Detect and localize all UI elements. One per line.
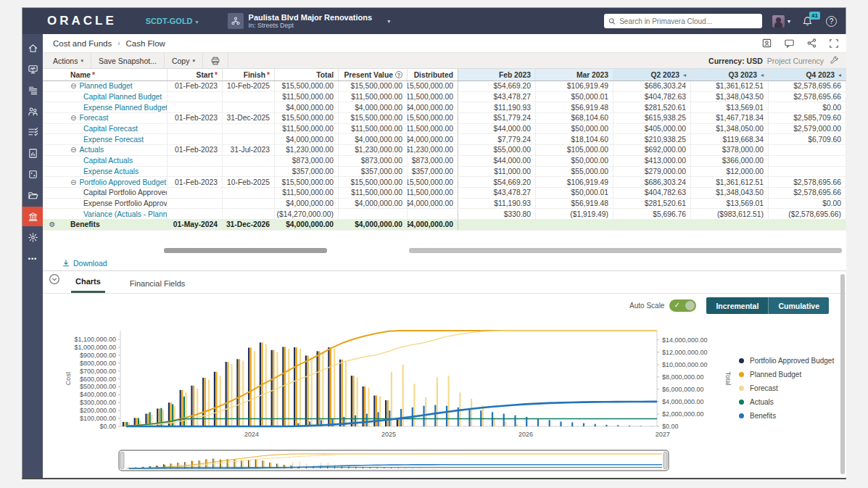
table-scrollbar-right[interactable]: [409, 248, 842, 253]
column-header-q2-2023[interactable]: Q2 2023◂: [613, 69, 691, 80]
table-row[interactable]: Expense Portfolio Approved Budget$4,000,…: [43, 199, 846, 210]
sidebar-item-cost-and-funds[interactable]: [22, 207, 43, 226]
save-snapshot-button[interactable]: Save Snapshot...: [91, 53, 165, 68]
panel-scrollbar[interactable]: [840, 274, 845, 474]
auto-scale-toggle[interactable]: ✓: [669, 299, 696, 312]
table-row[interactable]: Capital Forecast$11,500,000.00$11,500,00…: [43, 124, 846, 135]
help-button[interactable]: ?: [826, 16, 837, 27]
column-header-mar-2023[interactable]: Mar 2023: [536, 69, 613, 80]
table-row[interactable]: Expense Forecast$4,000,000.00$4,000,000.…: [43, 134, 846, 145]
breadcrumb-cash-flow[interactable]: Cash Flow: [126, 39, 165, 48]
incremental-button[interactable]: Incremental: [706, 297, 769, 314]
expand-periods-icon[interactable]: ◂: [683, 72, 686, 78]
collapse-row-icon[interactable]: ⊖: [70, 178, 76, 186]
row-name-label[interactable]: Expense Planned Budget: [83, 104, 168, 112]
table-row[interactable]: ⊖Planned Budget01-Feb-202310-Feb-2025$15…: [43, 81, 846, 92]
expand-periods-icon[interactable]: ◂: [761, 72, 764, 78]
row-name-label[interactable]: Capital Planned Budget: [83, 93, 162, 101]
user-card-button[interactable]: [761, 38, 772, 49]
legend-item[interactable]: Portfolio Approved Budget: [739, 357, 834, 365]
row-name[interactable]: ⊖Portfolio Approved Budget: [62, 177, 168, 187]
comments-button[interactable]: [784, 38, 795, 49]
sidebar-item-apps[interactable]: [22, 165, 43, 184]
legend-item[interactable]: Forecast: [739, 384, 834, 392]
table-row[interactable]: Expense Actuals$357,000.00$357,000.00$35…: [43, 167, 846, 178]
row-name-label[interactable]: Portfolio Approved Budget: [79, 178, 166, 186]
sidebar-item-home[interactable]: [22, 38, 43, 58]
row-name-label[interactable]: Expense Forecast: [83, 136, 144, 144]
column-header-q3-2023[interactable]: Q3 2023◂: [691, 69, 769, 80]
actions-button[interactable]: Actions▾: [53, 53, 91, 68]
breadcrumb-cost-and-funds[interactable]: Cost and Funds: [53, 39, 112, 48]
column-header-total[interactable]: Total: [275, 69, 339, 80]
column-header-q4-2023[interactable]: Q4 2023◂: [769, 69, 846, 80]
cumulative-button[interactable]: Cumulative: [769, 297, 829, 314]
sidebar-item-files[interactable]: [22, 186, 43, 205]
row-name[interactable]: Capital Forecast: [62, 124, 168, 134]
row-name[interactable]: Capital Portfolio Approved Budget: [62, 188, 168, 198]
column-header-finish[interactable]: Finish*: [223, 69, 275, 80]
copy-button[interactable]: Copy▾: [165, 53, 203, 68]
collapse-row-icon[interactable]: ⊖: [70, 146, 76, 154]
table-row[interactable]: Capital Actuals$873,000.00$873,000.00$87…: [43, 156, 846, 167]
global-search[interactable]: [604, 14, 762, 28]
legend-item[interactable]: Benefits: [739, 412, 834, 420]
table-row[interactable]: Capital Planned Budget$11,500,000.00$11,…: [43, 92, 846, 103]
workspace-selector[interactable]: SCDT-GOLD▾: [146, 17, 199, 25]
legend-item[interactable]: Planned Budget: [739, 371, 834, 379]
row-name-label[interactable]: Actuals: [79, 146, 104, 154]
project-selector[interactable]: Paulista Blvd Major Renovations In: Stre…: [228, 13, 391, 30]
column-header-feb-2023[interactable]: Feb 2023: [458, 69, 536, 80]
row-settings-gear-icon[interactable]: ⚙: [49, 220, 56, 228]
table-row[interactable]: ⚙Benefits01-May-202431-Dec-2026$4,000,00…: [43, 220, 846, 231]
row-name[interactable]: Variance (Actuals - Planned Budget): [62, 209, 168, 219]
row-name-label[interactable]: Forecast: [79, 114, 108, 122]
row-name-label[interactable]: Capital Actuals: [83, 157, 133, 165]
expand-periods-icon[interactable]: ◂: [838, 72, 841, 78]
row-name-label[interactable]: Planned Budget: [79, 82, 132, 90]
sidebar-item-resources[interactable]: [22, 102, 43, 121]
collapse-row-icon[interactable]: ⊖: [70, 82, 76, 90]
row-name[interactable]: Benefits: [62, 220, 168, 230]
table-scrollbar-left[interactable]: [164, 248, 327, 253]
table-row[interactable]: ⊖Forecast01-Feb-202331-Dec-2025$15,500,0…: [43, 113, 846, 124]
sidebar-item-more[interactable]: •••: [22, 249, 43, 268]
row-name[interactable]: Expense Actuals: [62, 167, 168, 177]
user-menu[interactable]: ▾: [772, 15, 790, 28]
row-name-label[interactable]: Expense Actuals: [83, 168, 139, 175]
column-header-name[interactable]: Name*: [62, 69, 168, 80]
column-header-start[interactable]: Start*: [168, 69, 223, 80]
table-row[interactable]: ⊖Actuals01-Feb-202331-Jul-2023$1,230,000…: [43, 145, 846, 156]
collapse-row-icon[interactable]: ⊖: [70, 114, 76, 122]
help-icon[interactable]: ?: [395, 71, 402, 78]
column-header-present-value[interactable]: Present Value?: [339, 69, 408, 80]
row-name[interactable]: Capital Planned Budget: [62, 92, 168, 102]
sidebar-item-reports[interactable]: [22, 144, 43, 163]
row-name[interactable]: Expense Planned Budget: [62, 102, 168, 112]
sidebar-item-portfolios[interactable]: [22, 80, 43, 100]
app-grid-icon[interactable]: [28, 15, 41, 28]
print-button[interactable]: [203, 53, 228, 68]
sidebar-item-tasks[interactable]: [22, 123, 43, 142]
download-button[interactable]: Download: [62, 259, 107, 268]
tab-financial-fields[interactable]: Financial Fields: [125, 279, 189, 293]
sidebar-item-settings[interactable]: [22, 228, 43, 247]
table-row[interactable]: ⊖Portfolio Approved Budget01-Feb-202310-…: [43, 177, 846, 188]
share-button[interactable]: [806, 38, 817, 49]
row-name-label[interactable]: Capital Forecast: [83, 125, 138, 133]
row-name[interactable]: Capital Actuals: [62, 156, 168, 166]
chart-range-selector[interactable]: [118, 450, 669, 473]
legend-item[interactable]: Actuals: [739, 398, 834, 406]
sidebar-item-dashboards[interactable]: [22, 59, 43, 79]
row-name[interactable]: ⊖Forecast: [62, 113, 168, 123]
table-row[interactable]: Variance (Actuals - Planned Budget)($14,…: [43, 209, 846, 220]
table-row[interactable]: Capital Portfolio Approved Budget$11,500…: [43, 188, 846, 199]
notifications-button[interactable]: 41: [802, 16, 813, 27]
row-name[interactable]: Expense Forecast: [62, 134, 168, 144]
currency-settings-button[interactable]: [830, 56, 839, 65]
row-name[interactable]: ⊖Actuals: [62, 145, 168, 155]
tab-charts[interactable]: Charts: [71, 277, 105, 293]
column-header-distributed[interactable]: Distributed: [408, 69, 458, 80]
panel-scrollbar-thumb[interactable]: [840, 274, 845, 474]
row-name-label[interactable]: Variance (Actuals - Planned Budget): [83, 210, 168, 218]
